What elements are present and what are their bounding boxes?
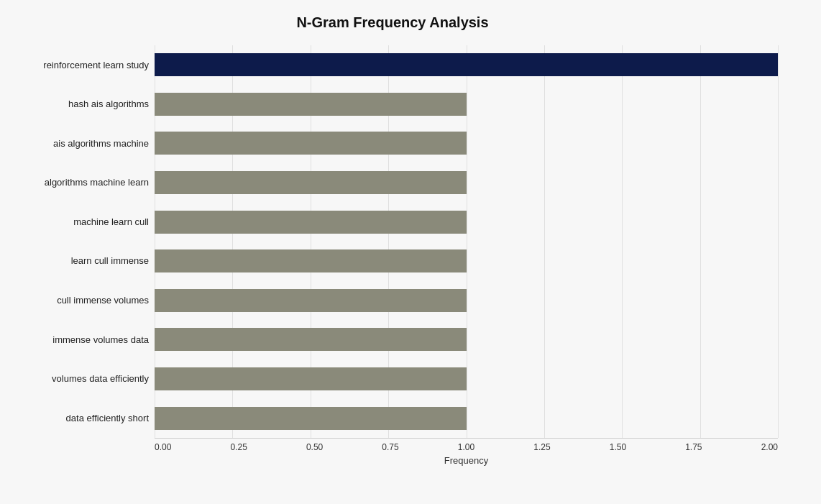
y-axis-label: algorithms machine learn bbox=[7, 164, 149, 201]
x-axis: 0.000.250.500.751.001.251.501.752.00 Fre… bbox=[7, 438, 778, 466]
x-axis-label: Frequency bbox=[155, 455, 778, 466]
y-axis-label: volumes data efficiently bbox=[7, 360, 149, 398]
bar-row bbox=[155, 365, 778, 393]
bar bbox=[155, 171, 467, 194]
y-axis-label: immense volumes data bbox=[7, 321, 149, 358]
x-tick: 1.00 bbox=[458, 442, 474, 452]
x-tick: 0.50 bbox=[306, 442, 323, 452]
bar bbox=[155, 132, 467, 155]
bar-row bbox=[155, 50, 778, 79]
bar-row bbox=[155, 325, 778, 354]
bar bbox=[155, 407, 467, 430]
y-axis-label: reinforcement learn study bbox=[7, 46, 149, 83]
bar-row bbox=[155, 286, 778, 315]
bar-row bbox=[155, 90, 778, 119]
y-axis-label: hash ais algorithms bbox=[7, 86, 149, 123]
x-tick: 1.25 bbox=[533, 442, 550, 452]
y-axis: reinforcement learn studyhash ais algori… bbox=[7, 45, 155, 438]
bar-row bbox=[155, 247, 778, 275]
chart-container: N-Gram Frequency Analysis reinforcement … bbox=[0, 0, 821, 504]
bar bbox=[155, 211, 467, 234]
bar bbox=[155, 367, 467, 390]
bar-row bbox=[155, 404, 778, 433]
bar-row bbox=[155, 208, 778, 237]
x-tick: 0.25 bbox=[230, 442, 247, 452]
bar-row bbox=[155, 168, 778, 197]
y-axis-label: data efficiently short bbox=[7, 400, 149, 437]
x-tick: 1.50 bbox=[610, 442, 626, 452]
bar bbox=[155, 93, 467, 116]
x-tick: 2.00 bbox=[761, 442, 778, 452]
y-axis-label: cull immense volumes bbox=[7, 282, 149, 319]
bar bbox=[155, 328, 467, 351]
bar bbox=[155, 249, 467, 272]
x-tick: 1.75 bbox=[685, 442, 702, 452]
plot-area bbox=[155, 45, 778, 438]
chart-title: N-Gram Frequency Analysis bbox=[7, 14, 778, 31]
grid-line bbox=[778, 45, 779, 438]
bar-row bbox=[155, 129, 778, 157]
y-axis-label: ais algorithms machine bbox=[7, 124, 149, 162]
y-axis-label: learn cull immense bbox=[7, 242, 149, 280]
bar bbox=[155, 53, 778, 76]
bar bbox=[155, 289, 467, 312]
x-tick: 0.00 bbox=[155, 442, 171, 452]
y-axis-label: machine learn cull bbox=[7, 203, 149, 241]
x-tick: 0.75 bbox=[382, 442, 398, 452]
